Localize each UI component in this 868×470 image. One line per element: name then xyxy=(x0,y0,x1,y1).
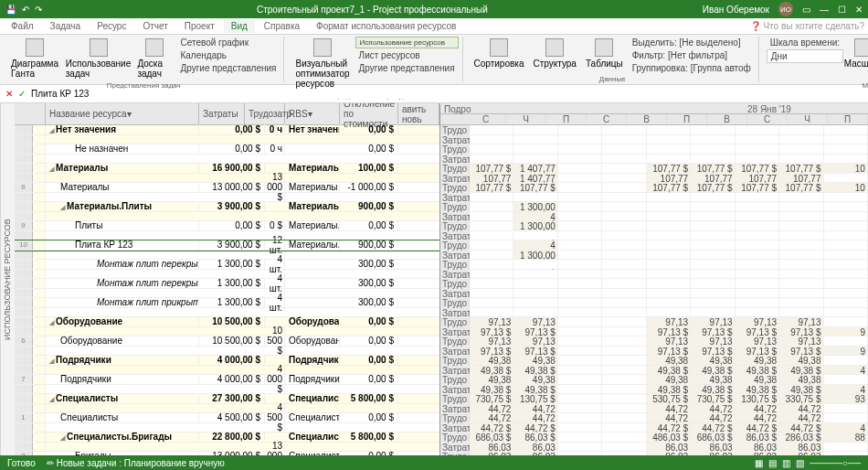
accept-icon[interactable]: ✓ xyxy=(18,89,26,99)
undo-icon[interactable]: ↶ xyxy=(22,5,29,15)
col-name[interactable]: Название ресурса ▾ xyxy=(46,103,199,124)
user-name[interactable]: Иван Оберемок xyxy=(703,5,769,15)
col-work[interactable]: Трудозатр xyxy=(245,103,285,124)
table-row[interactable]: Монтаж плит перекрытия 1 этаж1 300,00 $4… xyxy=(15,260,439,270)
table-row[interactable]: 6Оборудование10 500,00 $10 500 $Оборудов… xyxy=(15,336,439,347)
minimize-icon[interactable]: — xyxy=(820,5,829,15)
table-row[interactable]: 1Специалисты4 500,00 $4 500 $Специалисты… xyxy=(15,413,439,423)
filter-combo[interactable]: [Нет фильтра] xyxy=(668,50,727,60)
tab-0[interactable]: Файл xyxy=(4,19,41,33)
search-box[interactable]: ❓ Что вы хотите сделать? xyxy=(750,21,864,31)
ribbon-options-icon[interactable]: ▭ xyxy=(802,5,810,15)
resource-optimizer-button[interactable]: Визуальный оптимизатор ресурсов xyxy=(291,37,353,91)
table-row[interactable]: ◢Материалы16 900,00 $Материалы100,00 $ xyxy=(15,164,439,174)
calendar-item[interactable]: Календарь xyxy=(176,49,280,61)
quick-access: 💾 ↶ ↷ xyxy=(5,5,42,15)
close-icon[interactable]: ✕ xyxy=(855,5,863,15)
timescale-combo[interactable]: Дни xyxy=(767,49,843,63)
view-icon-2[interactable]: ▤ xyxy=(768,458,777,468)
table-row[interactable]: 9Плиты0,00 $0 $Материалы.Плиты0,00 $ xyxy=(15,221,439,231)
view-icon-3[interactable]: ▥ xyxy=(782,458,790,468)
user-avatar[interactable]: ИО xyxy=(778,2,793,16)
table-row[interactable]: ◢Подрядчики4 000,00 $Подрядчики0,00 $ xyxy=(15,356,439,366)
table-row[interactable]: ◢Специалисты.Бригады22 800,00 $Специалис… xyxy=(15,433,439,443)
formula-input[interactable] xyxy=(31,89,863,99)
tab-2[interactable]: Ресурс xyxy=(90,19,133,33)
titlebar: 💾 ↶ ↷ Строительный проект7_1 - Project п… xyxy=(0,0,868,18)
zoom-slider[interactable]: ─────○── xyxy=(810,458,861,468)
table-row[interactable]: Монтаж плит перекрытия 2 этаж1 300,00 $4… xyxy=(15,279,439,289)
col-add[interactable]: авить новь xyxy=(398,103,439,124)
sort-button[interactable]: Сортировка xyxy=(471,37,528,70)
resource-usage-dropdown[interactable]: Использование ресурсов xyxy=(355,37,459,48)
table-row[interactable]: ◢Оборудование10 500,00 $Оборудование0,00… xyxy=(15,317,439,327)
tab-3[interactable]: Отчет xyxy=(135,19,175,33)
outline-button[interactable]: Структура xyxy=(529,37,579,70)
statusbar: Готово ✏ Новые задачи : Планирование вру… xyxy=(0,455,868,470)
tables-button[interactable]: Таблицы xyxy=(582,37,627,70)
table-row[interactable]: ◢Специалисты27 300,00 $Специалисты5 800,… xyxy=(15,394,439,404)
timeline-date: 28 Янв '19 xyxy=(565,103,868,113)
right-pane: Подро28 Янв '19 СЧПСВПВСЧП ТрудоЗатратТр… xyxy=(440,103,868,455)
highlight-combo[interactable]: [Не выделено] xyxy=(679,37,740,48)
table-row[interactable]: 10Плита КР 1233 900,00 $12 шт.Материалы.… xyxy=(15,240,439,251)
table-row[interactable]: Монтаж плит прикрытия между вторым этажо… xyxy=(15,298,439,308)
grid-area: ИСПОЛЬЗОВАНИЕ РЕСУРСОВ Название ресурса … xyxy=(0,103,868,455)
ribbon-tabs: ФайлЗадачаРесурсОтчетПроектВидСправкаФор… xyxy=(0,18,868,35)
board-button[interactable]: Доска задач xyxy=(133,37,175,80)
gantt-button[interactable]: Диаграмма Ганта xyxy=(7,37,63,80)
tab-1[interactable]: Задача xyxy=(43,19,89,33)
table-row[interactable]: 7Подрядчики4 000,00 $4 000 $Подрядчики0,… xyxy=(15,375,439,385)
resource-sheet-item[interactable]: Лист ресурсов xyxy=(355,49,459,61)
view-label: ИСПОЛЬЗОВАНИЕ РЕСУРСОВ xyxy=(0,103,15,455)
project-title: Строительный проект7_1 - Project професс… xyxy=(42,5,703,15)
table-row[interactable]: Не назначен0,00 $0 ч0,00 $ xyxy=(15,144,439,155)
left-pane: Название ресурса ▾ Затраты Трудозатр RBS… xyxy=(15,103,440,455)
table-row[interactable]: ◢Нет значения0,00 $0 чНет значения0,00 $ xyxy=(15,125,439,135)
other-res-views-item[interactable]: Другие представления xyxy=(355,62,459,74)
maximize-icon[interactable]: ☐ xyxy=(838,5,846,15)
save-icon[interactable]: 💾 xyxy=(5,5,16,15)
redo-icon[interactable]: ↷ xyxy=(35,5,42,15)
col-rbs[interactable]: RBS ▾ xyxy=(285,103,340,124)
tab-4[interactable]: Проект xyxy=(177,19,222,33)
table-row[interactable]: ◢Материалы.Плиты3 900,00 $Материалы.Плит… xyxy=(15,202,439,212)
network-diagram-item[interactable]: Сетевой график xyxy=(176,37,280,48)
group-combo[interactable]: [Группа автоф xyxy=(691,63,751,73)
status-mode: ✏ Новые задачи : Планирование вручную xyxy=(47,458,225,468)
tab-5[interactable]: Вид xyxy=(224,19,255,33)
other-views-item[interactable]: Другие представления xyxy=(176,62,280,74)
col-variance[interactable]: Отклонение по стоимости xyxy=(340,103,398,124)
task-usage-button[interactable]: Использование задач xyxy=(65,37,132,80)
col-cost[interactable]: Затраты xyxy=(199,103,245,124)
zoom-button[interactable]: Масштаб xyxy=(845,37,868,70)
tab-7[interactable]: Формат использования ресурсов xyxy=(309,19,463,33)
column-headers: Название ресурса ▾ Затраты Трудозатр RBS… xyxy=(15,103,439,125)
view-icon-4[interactable]: ▧ xyxy=(796,458,804,468)
view-icon-1[interactable]: ▦ xyxy=(755,458,763,468)
status-ready: Готово xyxy=(7,458,36,468)
table-row[interactable]: 8Материалы13 000,00 $13 000 $Материалы-1… xyxy=(15,183,439,193)
cancel-icon[interactable]: ✕ xyxy=(5,89,13,99)
ribbon: Диаграмма Ганта Использование задач Доск… xyxy=(0,35,868,85)
tab-6[interactable]: Справка xyxy=(257,19,307,33)
